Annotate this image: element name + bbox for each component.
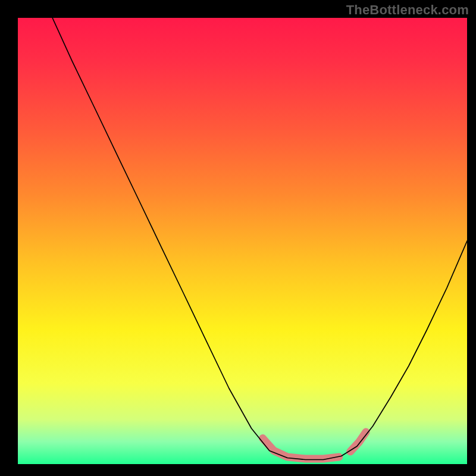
chart-svg [18,18,467,464]
watermark-text: TheBottleneck.com [346,2,469,18]
heatmap-background [18,18,467,464]
chart-frame: TheBottleneck.com [0,0,476,476]
plot-area [18,18,467,464]
